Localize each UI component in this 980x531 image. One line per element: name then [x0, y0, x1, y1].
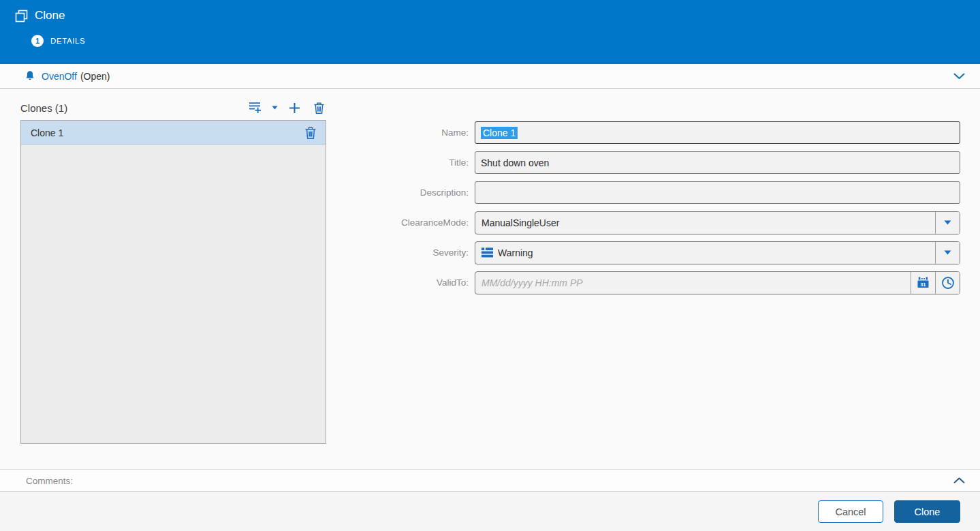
severity-icon	[481, 247, 493, 258]
title-label: Title:	[0, 157, 475, 168]
add-multiple-caret-icon[interactable]	[270, 104, 280, 111]
calendar-day-label: 31	[921, 282, 926, 287]
description-input[interactable]	[475, 181, 960, 204]
name-input[interactable]: Clone 1	[475, 121, 960, 144]
clearance-mode-caret-button[interactable]	[935, 212, 960, 234]
clock-icon	[941, 276, 955, 290]
chevron-up-icon[interactable]	[949, 474, 969, 487]
valid-to-row: ValidTo:	[0, 271, 960, 294]
clones-panel-header: Clones (1)	[20, 98, 326, 117]
comments-expander-bar[interactable]: Comments:	[0, 469, 980, 492]
valid-to-label: ValidTo:	[0, 277, 475, 288]
clearance-mode-label: ClearanceMode:	[0, 217, 475, 228]
severity-value: Warning	[498, 247, 533, 258]
comments-label: Comments:	[26, 476, 73, 486]
dialog-footer: Cancel Clone	[0, 492, 980, 531]
severity-row: Severity:	[0, 241, 960, 264]
clones-toolbar	[247, 100, 326, 115]
chevron-down-icon[interactable]	[949, 70, 969, 82]
title-input[interactable]	[475, 151, 960, 174]
bell-icon	[25, 70, 35, 82]
dialog-content: Clones (1)	[0, 89, 980, 469]
delete-clone-button[interactable]	[312, 101, 326, 115]
alarm-name: OvenOff	[42, 71, 77, 82]
name-row: Name: Clone 1	[0, 121, 960, 144]
dialog-title: Clone	[35, 9, 65, 22]
title-row: Title:	[0, 151, 960, 174]
description-label: Description:	[0, 187, 475, 198]
clock-button[interactable]	[935, 272, 960, 294]
clearance-mode-dropdown[interactable]: ManualSingleUser	[475, 211, 960, 234]
clone-icon	[15, 10, 28, 22]
add-multiple-button[interactable]	[247, 100, 264, 115]
clones-count-title: Clones (1)	[20, 102, 67, 114]
cancel-button[interactable]: Cancel	[818, 500, 883, 523]
add-clone-button[interactable]	[287, 101, 302, 115]
description-row: Description:	[0, 181, 960, 204]
clone-dialog: Clone 1 DETAILS OvenOff (Open) Clones (1…	[0, 0, 980, 531]
clearance-mode-value[interactable]: ManualSingleUser	[475, 212, 935, 234]
wizard-steps: 1 DETAILS	[0, 22, 980, 47]
clearance-mode-row: ClearanceMode: ManualSingleUser	[0, 211, 960, 234]
severity-value-wrap[interactable]: Warning	[475, 242, 935, 264]
name-selected-text: Clone 1	[481, 127, 518, 139]
step-details-label[interactable]: DETAILS	[50, 37, 85, 45]
alarm-state: (Open)	[80, 71, 110, 82]
valid-to-input[interactable]	[475, 272, 911, 294]
step-number-badge[interactable]: 1	[31, 35, 44, 47]
severity-caret-button[interactable]	[935, 242, 960, 264]
severity-label: Severity:	[0, 247, 475, 258]
dialog-header: Clone 1 DETAILS	[0, 0, 980, 64]
valid-to-picker: 31	[475, 271, 960, 294]
alarm-expander-bar[interactable]: OvenOff (Open)	[0, 64, 980, 89]
calendar-button[interactable]: 31	[911, 272, 935, 294]
clone-button[interactable]: Clone	[894, 500, 960, 523]
severity-dropdown[interactable]: Warning	[475, 241, 960, 264]
calendar-icon: 31	[917, 276, 930, 289]
header-title-row: Clone	[0, 0, 980, 22]
name-label: Name:	[0, 127, 475, 138]
clone-details-form: Name: Clone 1 Title: Description: Cleara…	[0, 121, 960, 301]
